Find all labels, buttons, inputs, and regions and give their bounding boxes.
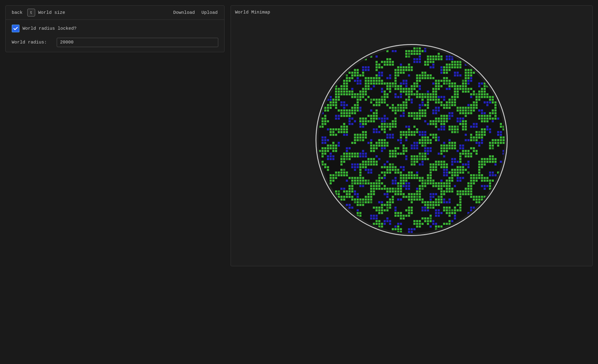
kbd-t-icon: t xyxy=(27,9,35,16)
back-button[interactable]: back xyxy=(10,9,24,16)
world-radius-label: World radius: xyxy=(12,40,51,45)
minimap-canvas xyxy=(316,44,508,236)
world-radius-input[interactable] xyxy=(57,38,218,47)
settings-header: back t World size Download Upload xyxy=(6,6,224,20)
upload-button[interactable]: Upload xyxy=(199,9,220,16)
minimap-title: World Minimap xyxy=(235,10,588,15)
minimap-circle-wrapper xyxy=(316,44,508,236)
settings-box: back t World size Download Upload World … xyxy=(5,5,225,52)
checkbox-label: World radius locked? xyxy=(23,26,77,31)
minimap-canvas-container xyxy=(235,18,588,262)
world-radius-row: World radius: xyxy=(12,38,218,47)
world-radius-locked-checkbox[interactable] xyxy=(12,25,20,32)
page-title: World size xyxy=(38,10,168,15)
left-panel: back t World size Download Upload World … xyxy=(5,5,225,359)
right-panel: World Minimap xyxy=(231,5,593,359)
minimap-box: World Minimap xyxy=(231,5,593,266)
checkbox-row: World radius locked? xyxy=(12,25,218,32)
settings-body: World radius locked? World radius: xyxy=(6,20,224,52)
main-layout: back t World size Download Upload World … xyxy=(0,0,598,364)
download-button[interactable]: Download xyxy=(171,9,197,16)
header-actions: Download Upload xyxy=(171,9,220,16)
